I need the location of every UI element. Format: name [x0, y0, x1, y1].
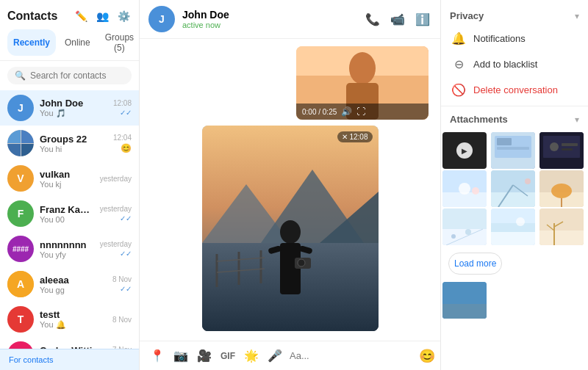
attachment-image[interactable] [491, 170, 535, 207]
search-icon: 🔍 [15, 70, 26, 81]
video-message: 0:00 / 0:25 🔊 ⛶ [296, 46, 429, 120]
contact-time: 8 Nov [112, 275, 132, 283]
notifications-item[interactable]: 🔔 Notifications [441, 26, 588, 51]
attachment-image[interactable] [491, 132, 535, 169]
mic-icon[interactable]: 🎤 [266, 347, 284, 364]
svg-rect-28 [543, 136, 580, 158]
contact-time: 8 Nov [112, 316, 132, 324]
check-icon: ✓✓ [120, 250, 132, 258]
svg-rect-37 [491, 192, 535, 207]
video-icon[interactable]: 🎥 [196, 347, 213, 364]
svg-rect-60 [442, 304, 487, 319]
chat-header: J John Doe active now 📞 📹 ℹ️ [140, 0, 440, 39]
load-more-button[interactable]: Load more [448, 253, 502, 275]
svg-point-48 [451, 234, 456, 239]
info-button[interactable]: ℹ️ [414, 11, 431, 28]
contact-info: nnnnnnnn You yfy [40, 239, 94, 259]
contact-info: Groups 22 You hi [40, 134, 107, 153]
tab-recently[interactable]: Recently [7, 29, 56, 56]
delete-conversation-item[interactable]: 🚫 Delete conversation [441, 77, 588, 103]
check-icon: ✓✓ [120, 285, 132, 293]
svg-rect-51 [491, 232, 535, 245]
svg-point-11 [280, 220, 301, 244]
avatar: A [7, 271, 34, 297]
contact-name: Groups 22 [40, 134, 107, 145]
privacy-title: Privacy [450, 10, 484, 21]
contact-preview: You hi [40, 145, 107, 153]
contact-preview: You gg [40, 286, 107, 294]
attachments-section-header[interactable]: Attachments ▾ [441, 109, 588, 129]
chat-user-name: John Doe [182, 9, 356, 21]
attachment-image[interactable] [539, 132, 584, 169]
contact-name: John Doe [40, 98, 107, 109]
contact-preview: You 00 [40, 215, 94, 224]
list-item[interactable]: Groups 22 You hi 12:04 😊 [0, 126, 139, 161]
search-bar: 🔍 [7, 67, 132, 84]
contact-info: John Doe You 🎵 [40, 98, 107, 118]
attachment-image[interactable] [442, 208, 487, 245]
attachment-image[interactable] [539, 208, 584, 245]
list-item[interactable]: J John Doe You 🎵 12:08 ✓✓ [0, 90, 139, 126]
list-item[interactable]: #### nnnnnnnn You yfy yesterday ✓✓ [0, 231, 139, 266]
location-icon[interactable]: 📍 [148, 347, 166, 364]
tab-online[interactable]: Online [59, 29, 96, 56]
contact-preview: You 🔔 [40, 320, 107, 330]
filter-icon[interactable]: ⚙️ [116, 9, 132, 23]
message-input[interactable] [290, 350, 413, 361]
contact-meta: 12:04 😊 [113, 134, 132, 153]
svg-point-29 [550, 142, 559, 151]
video-call-button[interactable]: 📹 [389, 11, 406, 28]
video-sound-icon[interactable]: 🔊 [341, 106, 352, 117]
list-item[interactable]: T testt You 🔔 8 Nov [0, 302, 139, 337]
attachments-chevron-icon: ▾ [575, 115, 579, 125]
video-time: 0:00 / 0:25 [302, 108, 337, 116]
attachment-image[interactable] [442, 282, 487, 319]
contact-time: yesterday [100, 205, 132, 213]
avatar: #### [7, 236, 34, 262]
svg-point-53 [516, 217, 525, 226]
svg-point-49 [465, 229, 471, 235]
avatar: V [7, 165, 34, 192]
add-contact-icon[interactable]: 👥 [95, 9, 110, 23]
chat-actions: 📞 📹 ℹ️ [364, 11, 431, 28]
gif-icon[interactable]: GIF [219, 349, 237, 363]
notifications-label: Notifications [473, 33, 526, 44]
emoji-badge: 😊 [121, 143, 132, 153]
edit-icon[interactable]: ✏️ [74, 9, 89, 23]
blacklist-item[interactable]: ⊖ Add to blacklist [441, 51, 588, 77]
list-item[interactable]: V vulkan You kj yesterday [0, 161, 139, 196]
video-thumbnail: 0:00 / 0:25 🔊 ⛶ [296, 46, 429, 120]
search-input[interactable] [30, 70, 124, 81]
sidebar-header: Contacts ✏️ 👥 ⚙️ [0, 0, 139, 29]
svg-point-40 [525, 178, 531, 184]
sticker-icon[interactable]: 🌟 [243, 347, 260, 364]
list-item[interactable]: A aleeaa You gg 8 Nov ✓✓ [0, 266, 139, 302]
emoji-button[interactable]: 😊 [419, 348, 435, 364]
contact-meta: yesterday ✓✓ [100, 240, 132, 258]
photo-icon[interactable]: 📷 [172, 347, 190, 364]
voice-call-button[interactable]: 📞 [364, 11, 381, 28]
tab-groups[interactable]: Groups (5) [99, 29, 140, 56]
attachment-video[interactable]: ▶ [442, 132, 487, 169]
list-item[interactable]: C Carley Witting You wjshwuhw d dh 7 Nov… [0, 337, 139, 349]
chat-messages: 0:00 / 0:25 🔊 ⛶ [140, 39, 440, 341]
list-item[interactable]: F Franz Kassulke You 00 yesterday ✓✓ [0, 196, 139, 231]
attachment-image[interactable] [539, 170, 584, 207]
avatar: C [7, 341, 34, 349]
contact-preview: You 🎵 [40, 109, 107, 118]
contact-info: Carley Witting You wjshwuhw d dh [40, 345, 107, 349]
attachment-image[interactable] [442, 170, 487, 207]
blacklist-label: Add to blacklist [473, 59, 537, 70]
delete-icon: 🚫 [451, 83, 466, 97]
attachment-image[interactable] [491, 208, 535, 245]
blacklist-icon: ⊖ [451, 57, 466, 71]
sidebar-icon-group: ✏️ 👥 ⚙️ [74, 9, 132, 23]
contact-list: J John Doe You 🎵 12:08 ✓✓ Groups [0, 90, 139, 349]
contact-name: vulkan [40, 169, 94, 180]
contact-name: aleeaa [40, 275, 107, 286]
sidebar: Contacts ✏️ 👥 ⚙️ Recently Online Groups … [0, 0, 140, 370]
video-expand-icon[interactable]: ⛶ [356, 106, 365, 117]
privacy-section-header[interactable]: Privacy ▾ [441, 6, 588, 26]
svg-point-16 [298, 259, 305, 266]
contact-meta: 12:08 ✓✓ [113, 99, 132, 117]
